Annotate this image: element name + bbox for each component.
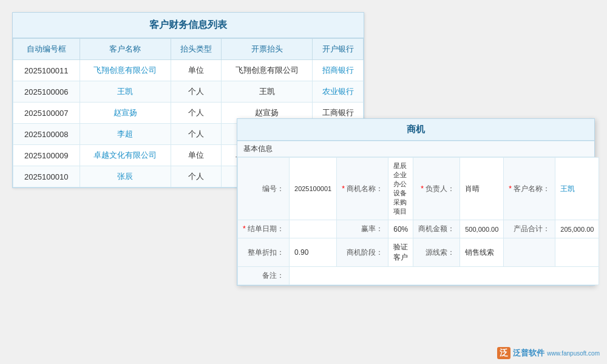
table-row: 结单日期： 赢率： 60% 商机金额： 500,000.00 产品合计： 205…: [238, 220, 599, 238]
cell-type: 个人: [171, 81, 221, 103]
col-header-name: 客户名称: [80, 39, 171, 60]
source-value: 销售线索: [460, 238, 504, 267]
cell-type: 个人: [171, 124, 221, 145]
product-total-value: 205,000.00: [555, 220, 599, 238]
table-row: 整单折扣： 0.90 商机阶段： 验证客户 源线索： 销售线索: [238, 238, 599, 267]
cell-name[interactable]: 飞翔创意有限公司: [80, 60, 171, 81]
cell-id: 2025100010: [13, 166, 80, 187]
cell-id: 2025100008: [13, 124, 80, 145]
cell-bank[interactable]: 招商银行: [313, 60, 364, 81]
cell-id: 2025100007: [13, 103, 80, 124]
owner-value: 肖晴: [460, 158, 504, 220]
stage-label: 商机阶段：: [337, 238, 388, 267]
table-row: 备注：: [238, 267, 599, 285]
opportunity-name-label: 商机名称：: [337, 158, 388, 220]
cell-bank[interactable]: 农业银行: [313, 81, 364, 103]
table-row: 2025100006王凯个人王凯农业银行: [13, 81, 364, 103]
code-label: 编号：: [238, 158, 290, 220]
note-label: 备注：: [238, 267, 290, 285]
cell-name[interactable]: 王凯: [80, 81, 171, 103]
close-date-value: [290, 220, 337, 238]
cell-type: 个人: [171, 166, 221, 187]
col-header-type: 抬头类型: [171, 39, 221, 60]
source-label: 源线索：: [413, 238, 460, 267]
watermark-url: www.fanpusoft.com: [547, 350, 600, 357]
customer-value[interactable]: 王凯: [555, 158, 599, 220]
col-header-bank: 开户银行: [313, 39, 364, 60]
popup-title: 商机: [237, 119, 594, 141]
cell-type: 个人: [171, 103, 221, 124]
cell-type: 单位: [171, 145, 221, 166]
col-header-invoice: 开票抬头: [222, 39, 313, 60]
table-header-row: 自动编号框 客户名称 抬头类型 开票抬头 开户银行: [13, 39, 364, 60]
table-row: 编号： 2025100001 商机名称： 星辰企业办公设备采购项目 负责人： 肖…: [238, 158, 599, 220]
product-total-label: 产品合计：: [504, 220, 555, 238]
watermark: 泛 泛普软件 www.fanpusoft.com: [497, 347, 600, 359]
cell-name[interactable]: 赵宣扬: [80, 103, 171, 124]
amount-label: 商机金额：: [413, 220, 460, 238]
cell-id: 2025100009: [13, 145, 80, 166]
main-panel-title: 客户财务信息列表: [13, 13, 364, 38]
cell-name[interactable]: 卓越文化有限公司: [80, 145, 171, 166]
col-header-id: 自动编号框: [13, 39, 80, 60]
cell-id: 2025100011: [13, 60, 80, 81]
win-rate-label: 赢率：: [337, 220, 388, 238]
popup-info-table: 编号： 2025100001 商机名称： 星辰企业办公设备采购项目 负责人： 肖…: [237, 157, 599, 285]
owner-label: 负责人：: [413, 158, 460, 220]
watermark-logo: 泛: [497, 347, 510, 359]
cell-name[interactable]: 李超: [80, 124, 171, 145]
section-basic-info: 基本信息: [237, 141, 594, 157]
cell-type: 单位: [171, 60, 221, 81]
code-value: 2025100001: [290, 158, 337, 220]
discount-value: 0.90: [290, 238, 337, 267]
discount-label: 整单折扣：: [238, 238, 290, 267]
win-rate-value: 60%: [388, 220, 413, 238]
close-date-label: 结单日期：: [238, 220, 290, 238]
amount-value: 500,000.00: [460, 220, 504, 238]
stage-value: 验证客户: [388, 238, 413, 267]
cell-invoice: 王凯: [222, 81, 313, 103]
opportunity-name-value: 星辰企业办公设备采购项目: [388, 158, 413, 220]
cell-id: 2025100006: [13, 81, 80, 103]
cell-invoice: 飞翔创意有限公司: [222, 60, 313, 81]
table-row: 2025100011飞翔创意有限公司单位飞翔创意有限公司招商银行: [13, 60, 364, 81]
note-value: [290, 267, 599, 285]
customer-label: 客户名称：: [504, 158, 555, 220]
watermark-brand: 泛普软件: [513, 348, 544, 359]
popup-panel: 商机 基本信息 编号： 2025100001 商机名称： 星辰企业办公设备采购项…: [237, 118, 595, 286]
cell-name[interactable]: 张辰: [80, 166, 171, 187]
